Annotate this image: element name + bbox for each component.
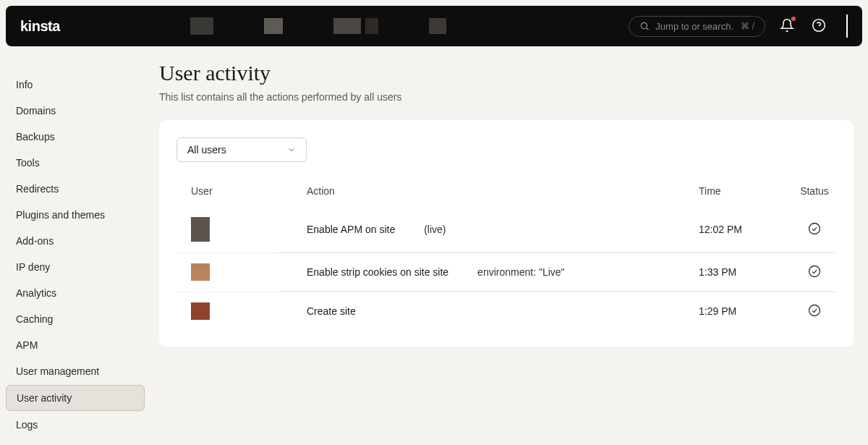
table-row: Enable strip cookies on site site enviro… [176,253,836,291]
action-text: Enable strip cookies on site site [307,266,448,278]
swatch [365,18,378,34]
activity-card: All users User Action Time Status Enable… [159,120,854,347]
activity-table: User Action Time Status Enable APM on si… [176,178,836,330]
time-cell: 1:33 PM [699,266,793,278]
time-cell: 12:02 PM [699,224,793,235]
sidebar-item-caching[interactable]: Caching [6,307,145,331]
sidebar-item-add-ons[interactable]: Add-ons [6,229,145,253]
swatch [429,18,446,34]
column-user: User [176,185,307,197]
svg-point-5 [809,266,820,276]
search-box[interactable]: ⌘ / [629,16,765,37]
sidebar-item-tools[interactable]: Tools [6,151,145,175]
sidebar-item-analytics[interactable]: Analytics [6,281,145,305]
sidebar-item-domains[interactable]: Domains [6,98,145,123]
topbar-right: ⌘ / [629,14,848,38]
sidebar-item-user-management[interactable]: User management [6,359,145,383]
column-status: Status [793,185,836,197]
table-row: Enable APM on site (live) 12:02 PM [176,207,836,252]
check-circle-icon [808,265,821,278]
avatar [191,263,210,281]
column-action: Action [307,185,699,197]
search-input[interactable] [655,21,735,32]
divider [846,14,848,38]
sidebar-item-user-activity[interactable]: User activity [6,385,145,411]
search-icon [639,21,650,31]
sidebar-item-plugins-and-themes[interactable]: Plugins and themes [6,203,145,227]
page-title: User activity [159,61,854,85]
user-filter-dropdown[interactable]: All users [176,137,307,162]
sidebar-item-info[interactable]: Info [6,72,145,97]
swatch [333,18,361,34]
check-circle-icon [808,304,821,317]
svg-line-1 [647,28,649,30]
notifications-button[interactable] [777,15,797,38]
status-cell [793,265,836,280]
status-cell [793,304,836,319]
avatar [191,302,210,320]
table-header: User Action Time Status [176,178,836,207]
swatch [190,17,213,35]
help-icon [812,18,826,33]
sidebar-item-logs[interactable]: Logs [6,412,145,437]
table-row: Create site 1:29 PM [176,292,836,330]
action-text: Enable APM on site [307,224,395,235]
help-button[interactable] [809,15,829,38]
status-cell [793,222,836,237]
topbar-swatches [190,17,446,35]
topbar: kinsta ⌘ / [6,6,862,46]
chevron-down-icon [287,145,296,154]
sidebar-item-apm[interactable]: APM [6,333,145,357]
search-shortcut: ⌘ / [741,21,754,31]
sidebar-item-ip-deny[interactable]: IP deny [6,255,145,279]
action-text: Create site [307,305,356,317]
notification-dot [791,17,796,21]
sidebar-item-redirects[interactable]: Redirects [6,177,145,201]
check-circle-icon [808,222,821,235]
column-time: Time [699,185,793,197]
avatar [191,217,210,242]
main-content: User activity This list contains all the… [159,61,862,438]
page-subtitle: This list contains all the actions perfo… [159,91,854,103]
time-cell: 1:29 PM [699,305,793,317]
svg-point-2 [813,19,825,31]
sidebar: InfoDomainsBackupsToolsRedirectsPlugins … [6,61,145,438]
action-extra: environment: "Live" [477,266,564,278]
swatch [264,18,283,34]
logo: kinsta [20,18,60,35]
sidebar-item-backups[interactable]: Backups [6,124,145,149]
action-extra: (live) [424,224,446,235]
svg-point-0 [642,22,647,28]
svg-point-4 [809,223,820,234]
dropdown-label: All users [187,144,226,156]
svg-point-6 [809,305,820,315]
